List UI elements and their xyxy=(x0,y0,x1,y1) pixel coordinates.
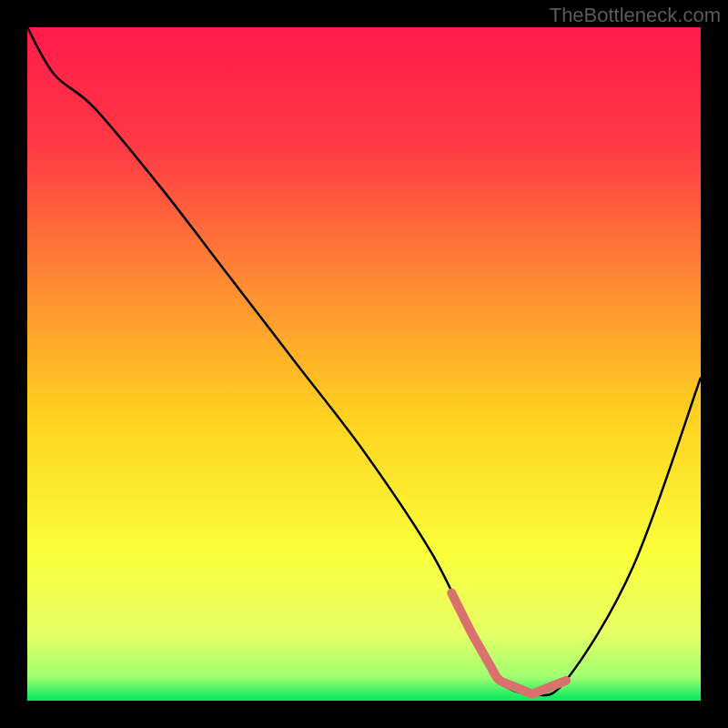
chart-frame xyxy=(27,27,701,701)
watermark-text: TheBottleneck.com xyxy=(550,4,721,27)
optimal-zone-highlight xyxy=(27,27,701,701)
plot-area xyxy=(27,27,701,701)
